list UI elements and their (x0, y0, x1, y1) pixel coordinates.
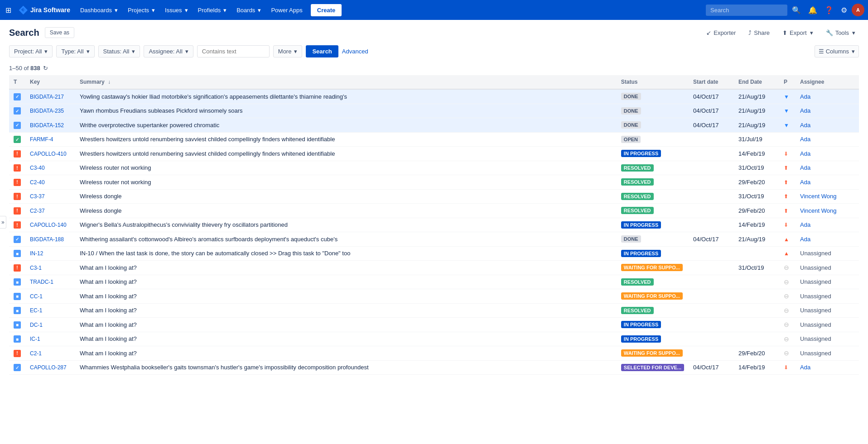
create-button[interactable]: Create (311, 4, 342, 16)
issue-key-link[interactable]: BIGDATA-188 (30, 236, 64, 243)
columns-button[interactable]: ☰ Columns (815, 45, 859, 57)
nav-issues[interactable]: Issues (160, 4, 193, 16)
issue-key-link[interactable]: EC-1 (30, 307, 42, 314)
assignee-link[interactable]: Vincent Wong (800, 193, 836, 200)
nav-profields[interactable]: Profields (193, 4, 231, 16)
nav-dashboards[interactable]: Dashboards (76, 4, 122, 16)
table-row[interactable]: ! CAPOLLO-140 Wigner's Bella's Australop… (9, 218, 859, 232)
search-icon[interactable]: 🔍 (789, 3, 804, 17)
notifications-icon[interactable]: 🔔 (805, 3, 820, 17)
type-icon: ! (14, 350, 21, 357)
status-badge: DONE (621, 235, 641, 243)
issue-key-link[interactable]: BIGDATA-217 (30, 94, 64, 100)
table-row[interactable]: ! C3-40 Wireless router not working RESO… (9, 161, 859, 175)
table-row[interactable]: ■ CC-1 What am I looking at? WAITING FOR… (9, 289, 859, 304)
nav-search-input[interactable] (706, 5, 787, 16)
issue-key-link[interactable]: IN-12 (30, 250, 43, 257)
table-row[interactable]: ■ IN-12 IN-10 / When the last task is do… (9, 246, 859, 261)
assignee-link[interactable]: Ada (800, 364, 810, 371)
table-row[interactable]: ✓ CAPOLLO-287 Whammies Westphalia bookse… (9, 360, 859, 375)
issue-key-link[interactable]: DC-1 (30, 322, 43, 328)
more-filter[interactable]: More (273, 45, 303, 57)
status-filter[interactable]: Status: All (98, 45, 140, 57)
table-row[interactable]: ■ IC-1 What am I looking at? IN PROGRESS… (9, 332, 859, 346)
nav-boards[interactable]: Boards (232, 4, 265, 16)
save-as-button[interactable]: Save as (45, 27, 74, 38)
type-filter[interactable]: Type: All (56, 45, 94, 57)
issue-key-link[interactable]: BIGDATA-152 (30, 122, 64, 129)
issue-key-link[interactable]: BIGDATA-235 (30, 108, 64, 114)
assignee-link[interactable]: Ada (800, 107, 810, 114)
table-row[interactable]: ■ TRADC-1 What am I looking at? RESOLVED… (9, 275, 859, 289)
grid-icon[interactable]: ⊞ (4, 4, 13, 16)
issue-key-link[interactable]: CAPOLLO-410 (30, 151, 67, 157)
table-row[interactable]: ■ EC-1 What am I looking at? RESOLVED ⊖ … (9, 303, 859, 318)
priority-cell: ▼ (779, 89, 796, 104)
table-row[interactable]: ! C3-37 Wireless dongle RESOLVED 31/Oct/… (9, 189, 859, 204)
assignee-link[interactable]: Ada (800, 93, 810, 100)
assignee-filter[interactable]: Assignee: All (144, 45, 193, 57)
issue-key-link[interactable]: C2-37 (30, 208, 45, 214)
end-date-cell (734, 289, 779, 304)
share-button[interactable]: ⤴ Share (745, 28, 773, 38)
col-header-summary[interactable]: Summary ↓ (75, 75, 617, 89)
table-row[interactable]: ! C2-40 Wireless router not working RESO… (9, 175, 859, 190)
table-row[interactable]: ■ DC-1 What am I looking at? IN PROGRESS… (9, 318, 859, 332)
table-row[interactable]: ! C3-1 What am I looking at? WAITING FOR… (9, 261, 859, 275)
nav-powerapps[interactable]: Power Apps (266, 4, 307, 16)
export-button[interactable]: ⬆ Export (779, 28, 817, 38)
assignee-link[interactable]: Ada (800, 150, 810, 157)
table-row[interactable]: ✓ BIGDATA-217 Yowling castaway's hokier … (9, 89, 859, 104)
type-cell: ! (9, 218, 25, 232)
assignee-link[interactable]: Ada (800, 164, 810, 171)
advanced-link[interactable]: Advanced (342, 48, 368, 55)
issue-key-link[interactable]: C3-40 (30, 165, 45, 171)
issue-key-link[interactable]: IC-1 (30, 336, 40, 342)
status-cell: IN PROGRESS (617, 246, 689, 261)
priority-cell: ▼ (779, 104, 796, 118)
col-header-assignee: Assignee (796, 75, 859, 89)
status-badge: WAITING FOR SUPPO... (621, 349, 683, 357)
help-icon[interactable]: ❓ (822, 3, 836, 17)
assignee-link[interactable]: Ada (800, 179, 810, 186)
exporter-button[interactable]: ↙ Exporter (703, 28, 739, 38)
search-button[interactable]: Search (306, 45, 338, 57)
assignee-link[interactable]: Vincent Wong (800, 207, 836, 214)
nav-projects[interactable]: Projects (123, 4, 159, 16)
tools-button[interactable]: 🔧 Tools (822, 28, 859, 38)
table-row[interactable]: ✓ BIGDATA-152 Writhe overprotective supe… (9, 118, 859, 133)
issue-key-link[interactable]: C3-37 (30, 193, 45, 200)
assignee-cell: Unassigned (796, 346, 859, 361)
issue-summary-text: IN-10 / When the last task is done, the … (80, 250, 350, 257)
table-row[interactable]: ✓ BIGDATA-235 Yawn rhombus Freudians sub… (9, 104, 859, 118)
table-row[interactable]: ! C2-37 Wireless dongle RESOLVED 29/Feb/… (9, 204, 859, 218)
issue-key-link[interactable]: C2-1 (30, 350, 42, 357)
assignee-link[interactable]: Ada (800, 122, 810, 129)
issue-key-link[interactable]: C2-40 (30, 179, 45, 186)
avatar[interactable]: A (852, 4, 864, 16)
table-row[interactable]: ! CAPOLLO-410 Wrestlers howitzers untold… (9, 147, 859, 161)
issue-key-link[interactable]: TRADC-1 (30, 279, 53, 285)
issue-key-link[interactable]: C3-1 (30, 265, 42, 271)
collapse-sidebar-button[interactable]: » (0, 216, 6, 229)
settings-icon[interactable]: ⚙ (838, 3, 850, 17)
assignee-link[interactable]: Ada (800, 136, 810, 143)
project-filter[interactable]: Project: All (9, 45, 53, 57)
table-row[interactable]: ! C2-1 What am I looking at? WAITING FOR… (9, 346, 859, 361)
priority-cell: ⊖ (779, 318, 796, 332)
assignee-link[interactable]: Ada (800, 236, 810, 243)
assignee-link[interactable]: Ada (800, 221, 810, 228)
type-icon: ■ (14, 307, 21, 314)
logo[interactable]: Jira Software (15, 5, 74, 14)
issue-key-link[interactable]: FARMF-4 (30, 136, 53, 143)
table-row[interactable]: ✓ FARMF-4 Wrestlers howitzers untold ren… (9, 132, 859, 147)
issue-key-link[interactable]: CC-1 (30, 293, 43, 300)
contains-text-input[interactable] (197, 45, 270, 57)
summary-cell: Wireless dongle (75, 189, 617, 204)
issue-key-link[interactable]: CAPOLLO-140 (30, 222, 67, 228)
table-row[interactable]: ✓ BIGDATA-188 Whithering assailant's cot… (9, 232, 859, 247)
status-badge: IN PROGRESS (621, 221, 661, 229)
issue-key-link[interactable]: CAPOLLO-287 (30, 364, 67, 371)
refresh-icon[interactable]: ↻ (43, 65, 48, 72)
status-cell: RESOLVED (617, 204, 689, 218)
